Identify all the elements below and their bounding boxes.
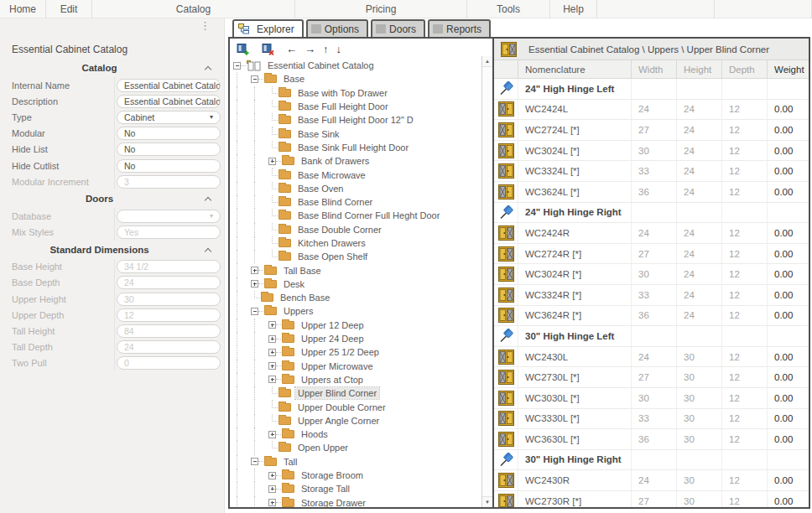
table-row[interactable]: WC2430R2430120.00 [494,470,809,491]
menu-item-tools[interactable]: Tools [467,0,550,18]
tree-item[interactable]: Desk [232,277,481,291]
text-field[interactable]: No [117,142,221,156]
move-up-icon[interactable]: ↑ [323,44,329,54]
text-field[interactable]: 30 [117,293,221,306]
collapse-icon[interactable] [251,75,258,83]
table-row[interactable]: WC3630L [*]3630120.00 [494,429,809,450]
tree-item[interactable]: Upper Microwave [232,360,481,373]
column-header-nomenclature[interactable]: Nomenclature [518,60,632,78]
tree-item[interactable]: Bank of Drawers [232,154,481,168]
expand-icon[interactable] [268,376,276,383]
tree-item[interactable]: Base [232,72,481,86]
group-row[interactable]: 30" High Hinge Right [494,450,809,471]
tab-doors[interactable]: Doors [371,19,425,37]
tree-item[interactable]: Upper Blind Corner [232,386,481,400]
move-left-icon[interactable]: ← [286,44,297,54]
text-field[interactable]: 0 [117,356,221,370]
text-field[interactable]: 12 [117,308,221,322]
tree-item[interactable]: Base Full Height Door [232,100,481,113]
column-header-width[interactable]: Width [632,60,677,78]
tree-item[interactable]: Base Blind Corner [232,195,481,209]
tree-item[interactable]: Base Full Height Door 12" D [232,113,481,127]
tree-item[interactable]: Base Sink [232,127,481,140]
text-field[interactable]: 3 [117,175,221,189]
tab-explorer[interactable]: Explorer [232,19,304,37]
collapse-icon[interactable] [251,458,258,465]
expand-icon[interactable] [268,349,276,356]
tree-item[interactable]: Hoods [232,428,481,441]
section-header-standard-dimensions[interactable]: Standard Dimensions [0,242,224,259]
tree-item[interactable]: Upper 25 1/2 Deep [232,345,481,359]
tree-item[interactable]: Base with Top Drawer [232,86,481,100]
tree-item[interactable]: Upper 24 Deep [232,332,481,345]
expand-icon[interactable] [268,158,276,165]
add-catalog-icon[interactable] [237,43,249,55]
expand-icon[interactable] [251,267,258,274]
table-row[interactable]: WC2724R [*]2724120.00 [494,244,809,265]
group-row[interactable]: 30" High Hinge Left [494,326,809,347]
table-row[interactable]: WC2424R2424120.00 [494,223,809,244]
group-row[interactable]: 24" High Hinge Left [494,79,809,100]
text-field[interactable]: 24 [117,276,221,289]
tree-item[interactable]: Storage Drawer [232,496,481,508]
tree-item[interactable]: Base Microwave [232,168,481,181]
table-row[interactable]: WC2424L2424120.00 [494,100,809,121]
tree-item[interactable]: Base Open Shelf [232,250,481,263]
table-row[interactable]: WC3324L [*]3324120.00 [494,161,809,182]
table-row[interactable]: WC2730R [*]2730120.00 [494,491,809,507]
tree-scrollbar[interactable]: ▲ ▼ [481,56,492,507]
table-row[interactable]: WC3624L [*]3624120.00 [494,182,809,203]
expand-icon[interactable] [268,472,276,479]
tree-item[interactable]: Bench Base [232,291,481,304]
tree-item[interactable]: Kitchen Drawers [232,236,481,250]
expand-icon[interactable] [268,321,276,329]
table-row[interactable]: WC3624R [*]3624120.00 [494,306,809,327]
menu-item-home[interactable]: Home [0,0,46,18]
table-row[interactable]: WC2430L2430120.00 [494,347,809,368]
column-header-height[interactable]: Height [677,60,722,78]
table-row[interactable]: WC3324R [*]3324120.00 [494,285,809,306]
scroll-down-icon[interactable]: ▼ [482,496,492,507]
tab-reports[interactable]: Reports [428,19,491,37]
table-row[interactable]: WC2724L [*]2724120.00 [494,120,809,141]
text-field[interactable]: Yes [117,225,221,239]
text-field[interactable]: No [117,159,221,173]
table-row[interactable]: WC3024L [*]3024120.00 [494,141,809,162]
tree-item[interactable]: Uppers at Ctop [232,373,481,386]
scroll-up-icon[interactable]: ▲ [482,56,492,67]
expand-icon[interactable] [268,499,276,506]
select-field[interactable]: ▾ [117,210,221,223]
tree-item[interactable]: Upper 12 Deep [232,319,481,332]
tree-item[interactable]: Upper Angle Corner [232,414,481,428]
chevron-up-icon[interactable] [205,66,211,73]
expand-icon[interactable] [268,431,276,438]
expand-icon[interactable] [251,280,258,288]
tree-item[interactable]: Base Sink Full Height Door [232,141,481,154]
tab-options[interactable]: Options [306,19,368,37]
group-row[interactable]: 24" High Hinge Right [494,203,809,224]
tree-item[interactable]: Storage Broom [232,469,481,482]
menu-item-help[interactable]: Help [550,0,597,18]
text-field[interactable]: No [117,127,221,140]
menu-item-catalog[interactable]: Catalog [92,0,295,18]
column-header-depth[interactable]: Depth [722,60,768,78]
chevron-up-icon[interactable] [205,247,211,254]
table-row[interactable]: WC3024R [*]3024120.00 [494,264,809,285]
column-header-weight[interactable]: Weight [768,60,809,78]
collapse-icon[interactable] [233,62,241,70]
chevron-up-icon[interactable] [205,197,211,204]
tree-item[interactable]: Essential Cabinet Catalog [232,59,481,72]
panel-overflow-icon[interactable]: ⋮ [200,21,211,30]
move-down-icon[interactable]: ↓ [336,44,342,54]
expand-icon[interactable] [268,335,276,343]
text-field[interactable]: Essential Cabinet Catalog [117,95,221,108]
text-field[interactable]: 84 [117,324,221,338]
text-field[interactable]: 34 1/2 [117,260,221,273]
delete-catalog-icon[interactable] [262,43,274,55]
expand-icon[interactable] [268,362,276,370]
tree-item[interactable]: Storage Tall [232,482,481,495]
tree-item[interactable]: Base Oven [232,182,481,195]
table-row[interactable]: WC2730L [*]2730120.00 [494,367,809,388]
table-row[interactable]: WC3030L [*]3030120.00 [494,388,809,409]
tree-item[interactable]: Tall [232,455,481,469]
